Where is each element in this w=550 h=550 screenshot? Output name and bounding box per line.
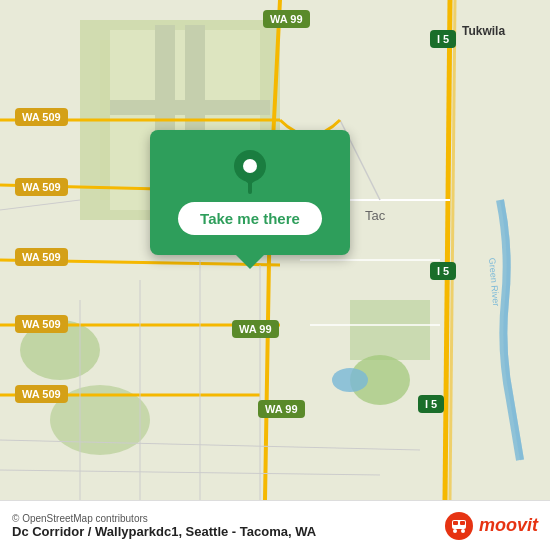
svg-point-21 — [453, 529, 457, 533]
svg-rect-19 — [453, 521, 458, 525]
badge-wa99-mid: WA 99 — [232, 320, 279, 338]
badge-wa99-top: WA 99 — [263, 10, 310, 28]
svg-text:Tukwila: Tukwila — [462, 24, 505, 38]
moovit-bus-icon — [445, 512, 473, 540]
svg-point-16 — [243, 159, 257, 173]
location-pin-icon — [226, 146, 274, 194]
badge-wa509-2: WA 509 — [15, 178, 68, 196]
badge-wa509-5: WA 509 — [15, 385, 68, 403]
location-info: © OpenStreetMap contributors Dc Corridor… — [12, 513, 316, 539]
location-popup: Take me there — [150, 130, 350, 255]
osm-credit: © OpenStreetMap contributors — [12, 513, 316, 524]
svg-rect-9 — [350, 300, 430, 360]
map-container: Tac Tukwila Green River WA 99 I 5 WA 509… — [0, 0, 550, 500]
bottom-bar: © OpenStreetMap contributors Dc Corridor… — [0, 500, 550, 550]
location-title: Dc Corridor / Wallyparkdc1, Seattle - Ta… — [12, 524, 316, 539]
badge-wa99-bot: WA 99 — [258, 400, 305, 418]
badge-i5-bot: I 5 — [418, 395, 444, 413]
moovit-logo: moovit — [445, 512, 538, 540]
svg-point-22 — [461, 529, 465, 533]
badge-i5-mid: I 5 — [430, 262, 456, 280]
svg-point-11 — [332, 368, 368, 392]
badge-wa509-3: WA 509 — [15, 248, 68, 266]
badge-wa509-1: WA 509 — [15, 108, 68, 126]
badge-wa509-4: WA 509 — [15, 315, 68, 333]
svg-rect-6 — [110, 100, 270, 115]
svg-rect-20 — [460, 521, 465, 525]
take-me-there-button[interactable]: Take me there — [178, 202, 322, 235]
moovit-label: moovit — [479, 515, 538, 536]
svg-text:Tac: Tac — [365, 208, 386, 223]
badge-i5-top: I 5 — [430, 30, 456, 48]
